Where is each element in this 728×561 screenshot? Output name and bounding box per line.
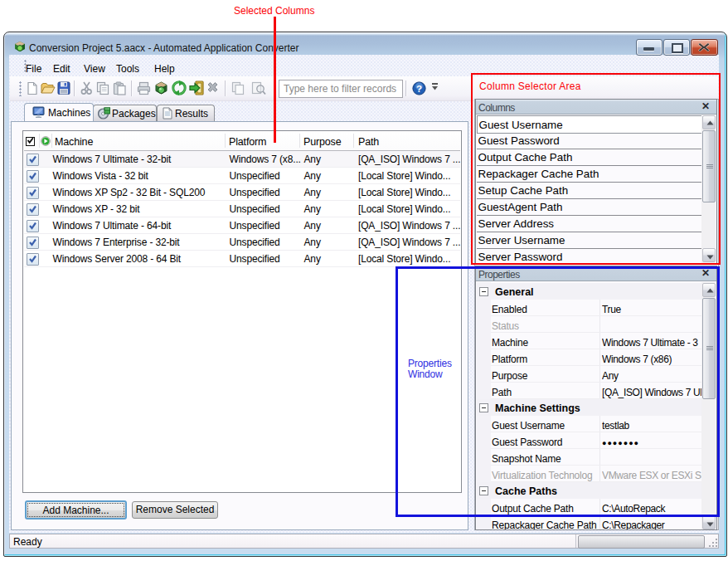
svg-text:?: ?	[416, 84, 422, 94]
